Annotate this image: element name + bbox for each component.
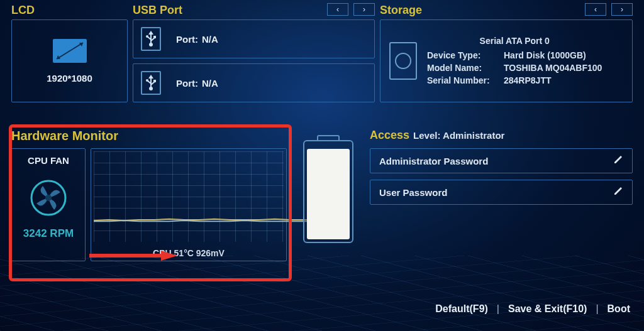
storage-serial-value: 284RP8JTT [504, 74, 551, 87]
usb-port-row: Port: N/A [133, 63, 375, 102]
administrator-password-row[interactable]: Administrator Password [370, 148, 633, 173]
usb-port-value: N/A [202, 34, 218, 45]
usb-icon [141, 27, 161, 51]
usb-icon [141, 71, 161, 95]
footer-actions: Default(F9) | Save & Exit(F10) | Boot [435, 303, 630, 315]
storage-serial-label: Serial Number: [427, 74, 504, 87]
storage-device-type-value: Hard Disk (1000GB) [504, 49, 586, 62]
access-level-value: Administrator [443, 130, 504, 141]
storage-device-type-label: Device Type: [427, 49, 504, 62]
usb-prev-button[interactable]: ‹ [327, 3, 348, 16]
lcd-resolution: 1920*1080 [47, 73, 92, 84]
svg-point-7 [146, 35, 148, 38]
usb-port-row: Port: N/A [133, 19, 375, 58]
cpu-chart-panel: CPU 51°C 926mV [91, 148, 287, 261]
storage-next-button[interactable]: › [611, 3, 633, 16]
fan-icon [30, 180, 67, 216]
edit-icon [613, 186, 623, 198]
cpu-chart-grid [94, 151, 284, 242]
user-password-label: User Password [379, 187, 447, 198]
cpu-fan-panel: CPU FAN 3242 R [11, 148, 86, 261]
hardware-monitor-title: Hardware Monitor [11, 129, 287, 143]
access-level-label: Level: [413, 130, 440, 141]
default-button[interactable]: Default(F9) [435, 303, 488, 315]
storage-panel: Serial ATA Port 0 Device Type: Hard Disk… [380, 19, 633, 102]
svg-point-18 [45, 195, 52, 201]
svg-rect-16 [153, 80, 156, 82]
battery-icon [303, 140, 353, 243]
cpu-fan-label: CPU FAN [14, 155, 82, 166]
usb-next-button[interactable]: › [353, 3, 375, 16]
save-exit-button[interactable]: Save & Exit(F10) [508, 303, 587, 315]
edit-icon [613, 155, 623, 167]
storage-prev-button[interactable]: ‹ [585, 3, 606, 16]
battery-fill [307, 149, 350, 239]
display-diagonal-icon [53, 39, 87, 63]
cpu-chart-caption: CPU 51°C 926mV [91, 248, 286, 258]
access-title: Access [370, 129, 409, 142]
usb-port-value: N/A [202, 78, 218, 89]
svg-point-14 [146, 79, 148, 82]
usb-port-label: Port: [176, 34, 198, 45]
usb-port-label: Port: [176, 78, 198, 89]
cpu-chart-line [94, 216, 320, 224]
svg-rect-9 [153, 36, 156, 38]
svg-marker-5 [148, 31, 153, 35]
storage-model-value: TOSHIBA MQ04ABF100 [504, 62, 602, 74]
lcd-panel: 1920*1080 [11, 19, 128, 102]
lcd-title: LCD [11, 3, 128, 17]
storage-port-header: Serial ATA Port 0 [427, 35, 602, 47]
svg-marker-12 [148, 75, 153, 79]
boot-button[interactable]: Boot [608, 303, 630, 315]
hard-disk-icon [389, 42, 417, 80]
storage-model-label: Model Name: [427, 62, 504, 74]
administrator-password-label: Administrator Password [379, 156, 488, 166]
user-password-row[interactable]: User Password [370, 180, 633, 205]
cpu-fan-rpm: 3242 RPM [14, 227, 82, 240]
svg-line-0 [57, 43, 83, 59]
